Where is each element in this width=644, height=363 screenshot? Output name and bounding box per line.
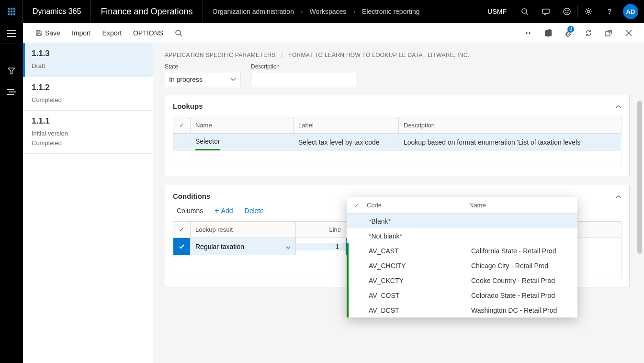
svg-point-0 <box>522 9 527 13</box>
search-icon <box>175 29 182 37</box>
chevron-up-icon <box>616 102 621 110</box>
dropdown-row[interactable]: *Not blank* <box>347 228 577 243</box>
svg-point-3 <box>564 8 570 15</box>
svg-point-16 <box>176 30 181 35</box>
svg-rect-14 <box>37 31 40 32</box>
help-icon[interactable] <box>599 0 620 23</box>
conditions-title: Conditions <box>173 192 210 200</box>
actionbar-search-button[interactable] <box>169 23 188 43</box>
svg-line-1 <box>526 13 528 15</box>
state-label: State <box>165 63 240 70</box>
lookup-header[interactable]: Lookup result <box>191 222 296 238</box>
lookup-cell[interactable]: Regular taxation <box>191 238 296 255</box>
line-cell[interactable]: 1 <box>296 238 346 255</box>
row-label: Select tax level by tax code <box>294 134 399 151</box>
lookups-body: ✓ Name Label Description Selector Select… <box>165 117 629 176</box>
actionbar-right: 0 <box>520 23 637 43</box>
filter-icon[interactable] <box>0 60 23 81</box>
dropdown-row[interactable]: AV_DCSTWashington DC - Retail Prod <box>347 303 577 318</box>
page-breadcrumb: APPLICATION SPECIFIC PARAMETERS | FORMAT… <box>165 52 630 58</box>
version-list: 1.1.3 Draft 1.1.2 Completed 1.1.1 Initia… <box>23 43 153 363</box>
connector-icon[interactable] <box>520 23 537 43</box>
description-input[interactable] <box>251 72 356 87</box>
svg-point-6 <box>588 11 590 13</box>
scrollbar[interactable] <box>637 101 642 254</box>
columns-button[interactable]: Columns <box>177 207 203 215</box>
description-field: Description <box>251 63 356 87</box>
delete-button[interactable]: Delete <box>245 207 264 215</box>
module-label[interactable]: Finance and Operations <box>91 0 203 23</box>
page-breadcrumb-format: FORMAT TO LEARN HOW TO LOOKUP LE DATA : … <box>288 52 469 58</box>
add-button[interactable]: +Add <box>215 207 233 215</box>
new-rows-indicator <box>347 243 349 318</box>
smile-icon[interactable] <box>556 0 577 23</box>
dropdown-header: ✓ Code Name <box>347 197 577 214</box>
state-select[interactable]: In progress <box>165 72 240 87</box>
brand-label[interactable]: Dynamics 365 <box>23 0 91 23</box>
popout-icon[interactable] <box>600 23 617 43</box>
select-all-header[interactable]: ✓ <box>350 202 364 209</box>
chevron-right-icon: › <box>353 8 355 15</box>
version-number: 1.1.3 <box>32 49 144 58</box>
row-checkbox[interactable] <box>173 134 191 151</box>
row-desc: Lookup based on format enumeration 'List… <box>399 134 621 151</box>
close-icon[interactable] <box>620 23 637 43</box>
dropdown-row[interactable]: *Blank* <box>347 214 577 228</box>
dropdown-body: *Blank* *Not blank* AV_CASTCalifornia St… <box>347 214 577 318</box>
version-item[interactable]: 1.1.2 Completed <box>23 77 153 111</box>
svg-point-7 <box>609 13 610 14</box>
row-checkbox[interactable] <box>173 238 191 255</box>
name-header[interactable]: Name <box>191 117 294 134</box>
lookups-header[interactable]: Lookups <box>165 95 629 117</box>
messages-icon[interactable] <box>535 0 556 23</box>
lookups-panel: Lookups ✓ Name Label Description Selecto… <box>165 95 630 176</box>
version-status: Completed <box>32 95 144 105</box>
version-number: 1.1.2 <box>32 83 144 92</box>
export-button[interactable]: Export <box>97 23 127 43</box>
desc-header[interactable]: Description <box>399 117 621 134</box>
chevron-right-icon: › <box>301 8 303 15</box>
refresh-icon[interactable] <box>580 23 597 43</box>
attachments-icon[interactable]: 0 <box>560 23 577 43</box>
avatar[interactable]: AD <box>623 4 638 19</box>
code-header[interactable]: Code <box>364 202 469 209</box>
import-button[interactable]: Import <box>66 23 97 43</box>
hamburger-button[interactable] <box>0 23 23 44</box>
company-label[interactable]: USMF <box>480 8 514 15</box>
select-all-header[interactable]: ✓ <box>173 117 191 134</box>
lookups-title: Lookups <box>173 102 203 110</box>
breadcrumb: Organization administration › Workspaces… <box>203 0 480 23</box>
dropdown-row[interactable]: AV_CKCTYCooke Country - Retail Prod <box>347 273 577 288</box>
version-item[interactable]: 1.1.1 Initial version Completed <box>23 111 153 154</box>
state-field: State In progress <box>165 63 240 87</box>
options-button[interactable]: OPTIONS <box>127 23 169 43</box>
name-header[interactable]: Name <box>469 202 573 209</box>
save-label: Save <box>45 29 60 37</box>
save-button[interactable]: Save <box>30 23 66 43</box>
version-meta: Initial version <box>32 129 144 138</box>
breadcrumb-item[interactable]: Organization administration <box>213 8 294 15</box>
waffle-button[interactable] <box>0 0 23 23</box>
page-breadcrumb-app: APPLICATION SPECIFIC PARAMETERS <box>165 52 276 58</box>
dropdown-row[interactable]: AV_CASTCalifornia State - Retail Prod <box>347 243 577 258</box>
svg-point-4 <box>565 11 566 11</box>
version-item[interactable]: 1.1.3 Draft <box>23 43 153 77</box>
settings-icon[interactable] <box>578 0 599 23</box>
left-rail <box>0 23 23 363</box>
office-icon[interactable] <box>540 23 557 43</box>
plus-icon: + <box>215 207 219 215</box>
related-icon[interactable] <box>0 81 23 102</box>
dropdown-row[interactable]: AV_COSTColorado State - Retail Prod <box>347 288 577 303</box>
line-header[interactable]: Line <box>296 222 346 238</box>
table-row[interactable]: Selector Select tax level by tax code Lo… <box>173 134 621 151</box>
row-name: Selector <box>191 134 294 151</box>
version-status: Completed <box>32 138 144 148</box>
dropdown-row[interactable]: AV_CHCITYChicago City - Retail Prod <box>347 258 577 273</box>
breadcrumb-item[interactable]: Electronic reporting <box>362 8 420 15</box>
breadcrumb-item[interactable]: Workspaces <box>310 8 347 15</box>
search-icon[interactable] <box>514 0 535 23</box>
label-header[interactable]: Label <box>294 117 399 134</box>
code-dropdown: ✓ Code Name *Blank* *Not blank* AV_CASTC… <box>347 197 577 318</box>
select-all-header[interactable]: ✓ <box>173 222 191 238</box>
field-row: State In progress Description <box>165 63 630 87</box>
